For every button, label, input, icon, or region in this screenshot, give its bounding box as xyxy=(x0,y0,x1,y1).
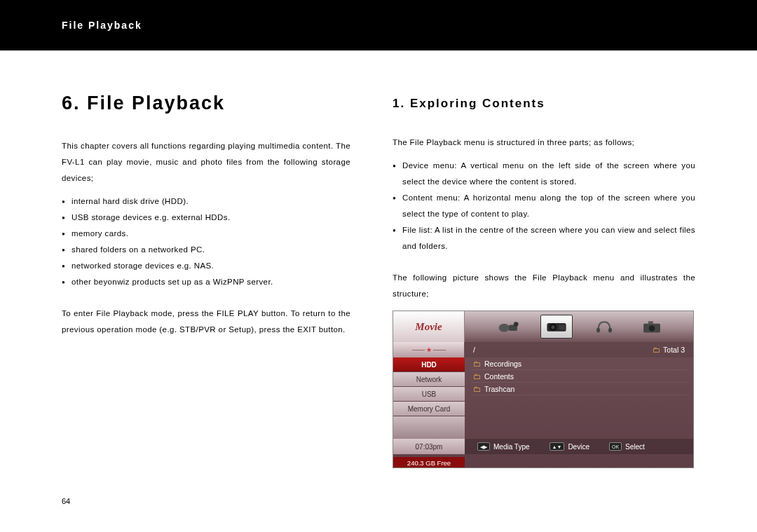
header-title: File Playback xyxy=(62,20,142,31)
tab-camera-lens[interactable] xyxy=(540,315,573,339)
list-item: Device menu: A vertical menu on the left… xyxy=(393,158,695,190)
svg-point-8 xyxy=(608,328,612,333)
intro-text: This chapter covers all functions regard… xyxy=(62,138,350,186)
sidebar-item-network[interactable]: Network xyxy=(393,372,465,386)
total-label: Total 3 xyxy=(663,346,685,354)
parts-list: Device menu: A vertical menu on the left… xyxy=(393,158,695,254)
list-item: USB storage devices e.g. external HDDs. xyxy=(62,210,350,226)
sidebar-spacer xyxy=(393,416,465,439)
list-item: shared folders on a networked PC. xyxy=(62,242,350,258)
hint-key-updown: ▲▼ xyxy=(550,442,565,451)
sidebar-item-hdd[interactable]: HDD xyxy=(393,357,465,371)
list-item: File list: A list in the centre of the s… xyxy=(393,222,695,254)
after-text: To enter File Playback mode, press the F… xyxy=(62,306,350,338)
photo-camera-icon xyxy=(640,318,664,335)
hint-key-leftright: ◀▶ xyxy=(477,442,490,451)
ui-path-row: ★ / 🗀 Total 3 xyxy=(393,342,693,357)
right-column: 1. Exploring Contents The File Playback … xyxy=(378,93,757,468)
folder-icon: 🗀 xyxy=(473,360,481,368)
tab-headphones[interactable] xyxy=(588,315,620,339)
file-row[interactable]: 🗀 Trashcan xyxy=(470,383,688,395)
svg-rect-11 xyxy=(648,321,653,324)
hint-select: OK Select xyxy=(609,442,645,451)
hint-device: ▲▼ Device xyxy=(550,442,589,451)
star-icon: ★ xyxy=(426,346,432,353)
svg-point-10 xyxy=(649,325,655,332)
svg-point-7 xyxy=(596,328,600,333)
chapter-title: 6. File Playback xyxy=(62,93,350,114)
tab-photo-camera[interactable] xyxy=(636,315,668,339)
list-item: other beyonwiz products set up as a WizP… xyxy=(62,274,350,290)
ui-top-strip: Movie xyxy=(393,311,693,342)
section-title: 1. Exploring Contents xyxy=(393,97,695,111)
folder-icon: 🗀 xyxy=(653,346,660,354)
decor-line xyxy=(433,350,446,350)
page-number: 64 xyxy=(62,497,70,505)
folder-icon: 🗀 xyxy=(473,372,481,381)
page-header: File Playback xyxy=(0,0,757,50)
decor-line xyxy=(412,350,425,350)
ui-hints: ◀▶ Media Type ▲▼ Device OK Select xyxy=(465,442,693,451)
ui-main: HDD Network USB Memory Card 🗀 Recordings… xyxy=(393,357,693,439)
ui-time: 07:03pm xyxy=(393,439,465,454)
device-ui-screenshot: Movie xyxy=(393,311,694,468)
list-item: memory cards. xyxy=(62,226,350,242)
camcorder-icon xyxy=(497,318,521,335)
movie-label: Movie xyxy=(415,321,442,333)
svg-point-5 xyxy=(551,325,554,329)
file-list: 🗀 Recordings 🗀 Contents 🗀 Trashcan xyxy=(465,357,693,439)
left-column: 6. File Playback This chapter covers all… xyxy=(0,93,378,468)
folder-icon: 🗀 xyxy=(473,385,481,393)
file-name: Recordings xyxy=(484,360,521,368)
list-item: networked storage devices e.g. NAS. xyxy=(62,258,350,274)
svg-point-0 xyxy=(499,324,510,332)
page-body: 6. File Playback This chapter covers all… xyxy=(0,50,757,468)
total-count: 🗀 Total 3 xyxy=(653,346,693,354)
headphones-icon xyxy=(592,318,616,335)
hint-label: Device xyxy=(568,443,589,451)
right-intro: The File Playback menu is structured in … xyxy=(393,135,695,151)
ui-category-box: Movie xyxy=(393,311,465,342)
ui-bottom-wrap: 07:03pm ◀▶ Media Type ▲▼ Device OK Selec xyxy=(393,439,693,468)
ui-bottom-bar: 07:03pm ◀▶ Media Type ▲▼ Device OK Selec xyxy=(393,439,693,454)
file-name: Trashcan xyxy=(484,385,514,393)
hint-mediatype: ◀▶ Media Type xyxy=(477,442,530,451)
sidebar-item-memorycard[interactable]: Memory Card xyxy=(393,402,465,416)
content-tabs xyxy=(465,311,693,342)
device-sidebar: HDD Network USB Memory Card xyxy=(393,357,465,439)
hint-label: Media Type xyxy=(493,443,530,451)
tab-camcorder[interactable] xyxy=(493,315,525,339)
hint-key-ok: OK xyxy=(609,442,622,451)
current-path: / xyxy=(465,346,653,354)
list-item: internal hard disk drive (HDD). xyxy=(62,193,350,210)
file-row[interactable]: 🗀 Contents xyxy=(470,370,688,383)
file-row[interactable]: 🗀 Recordings xyxy=(470,357,688,370)
file-name: Contents xyxy=(484,372,514,381)
free-space: 240.3 GB Free xyxy=(393,457,465,468)
hint-label: Select xyxy=(625,443,645,451)
list-item: Content menu: A horizontal menu along th… xyxy=(393,190,695,222)
camera-lens-icon xyxy=(545,318,568,335)
storage-list: internal hard disk drive (HDD). USB stor… xyxy=(62,193,350,290)
ui-star-box: ★ xyxy=(393,342,465,357)
svg-rect-6 xyxy=(559,325,565,329)
right-after: The following picture shows the File Pla… xyxy=(393,270,695,302)
svg-point-2 xyxy=(514,322,519,327)
sidebar-item-usb[interactable]: USB xyxy=(393,387,465,401)
